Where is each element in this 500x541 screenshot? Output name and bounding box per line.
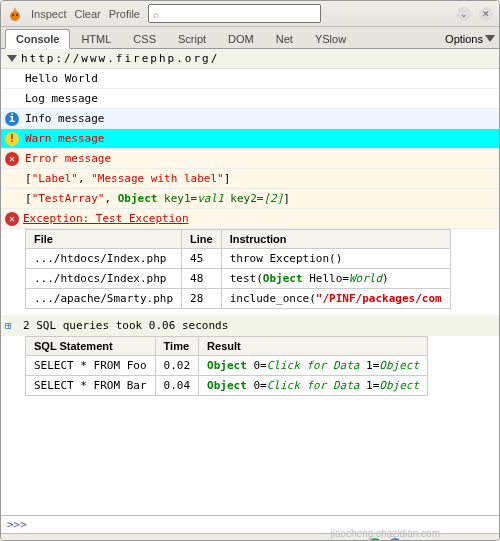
close-button[interactable]: ✕ [479, 7, 493, 21]
log-row-log: Log message [1, 89, 499, 109]
tab-css[interactable]: CSS [122, 29, 167, 48]
toolbar: Inspect Clear Profile ⌕ ⌄ ✕ [1, 1, 499, 27]
console-panel: http://www.firephp.org/ Hello World Log … [1, 49, 499, 515]
table-icon: ⊞ [5, 319, 12, 332]
sql-summary-row[interactable]: ⊞ 2 SQL queries took 0.06 seconds [1, 315, 499, 336]
tab-script[interactable]: Script [167, 29, 217, 48]
svg-point-2 [16, 14, 18, 16]
log-row-info: i Info message [1, 109, 499, 129]
testarray-row[interactable]: ["TestArray", Object key1=val1 key2=[2]] [1, 189, 499, 209]
table-header: File Line Instruction [26, 230, 451, 249]
tab-console[interactable]: Console [5, 29, 70, 49]
status-bar: Done ✓ YSlow jiaocheng.chazidian.com 3.6… [1, 533, 499, 541]
label-row[interactable]: ["Label", "Message with label"] [1, 169, 499, 189]
chevron-down-icon [485, 35, 495, 42]
tab-dom[interactable]: DOM [217, 29, 265, 48]
inspect-button[interactable]: Inspect [31, 8, 66, 20]
search-input[interactable] [148, 4, 321, 23]
error-icon: ✕ [5, 212, 19, 226]
tab-yslow[interactable]: YSlow [304, 29, 357, 48]
clear-button[interactable]: Clear [74, 8, 100, 20]
url-text: http://www.firephp.org/ [21, 52, 219, 65]
firebug-logo-icon [7, 6, 23, 22]
svg-point-0 [10, 11, 20, 21]
info-icon: i [5, 112, 19, 126]
tab-net[interactable]: Net [265, 29, 304, 48]
table-row[interactable]: SELECT * FROM Bar 0.04 Object 0=Click fo… [26, 376, 428, 396]
log-row-warn: ! Warn message [1, 129, 499, 149]
url-row[interactable]: http://www.firephp.org/ [1, 49, 499, 69]
table-header: SQL Statement Time Result [26, 337, 428, 356]
minimize-button[interactable]: ⌄ [457, 7, 471, 21]
exception-row[interactable]: ✕ Exception: Test Exception [1, 209, 499, 229]
table-row[interactable]: .../htdocs/Index.php 48 test(Object Hell… [26, 269, 451, 289]
log-row-hello: Hello World [1, 69, 499, 89]
tab-bar: Console HTML CSS Script DOM Net YSlow Op… [1, 27, 499, 49]
table-row[interactable]: SELECT * FROM Foo 0.02 Object 0=Click fo… [26, 356, 428, 376]
sql-table: SQL Statement Time Result SELECT * FROM … [25, 336, 428, 396]
log-row-error: ✕ Error message [1, 149, 499, 169]
profile-button[interactable]: Profile [109, 8, 140, 20]
options-menu[interactable]: Options [445, 33, 495, 45]
svg-point-1 [12, 14, 14, 16]
warn-icon: ! [5, 132, 19, 146]
watermark-text: jiaocheng.chazidian.com [330, 528, 440, 539]
disclosure-triangle-icon[interactable] [7, 55, 17, 62]
tab-html[interactable]: HTML [70, 29, 122, 48]
search-icon: ⌕ [153, 8, 159, 19]
error-icon: ✕ [5, 152, 19, 166]
search-wrap: ⌕ [148, 4, 449, 23]
table-row[interactable]: .../htdocs/Index.php 45 throw Exception(… [26, 249, 451, 269]
table-row[interactable]: .../apache/Smarty.php 28 include_once("/… [26, 289, 451, 309]
stack-trace-table: File Line Instruction .../htdocs/Index.p… [25, 229, 451, 309]
